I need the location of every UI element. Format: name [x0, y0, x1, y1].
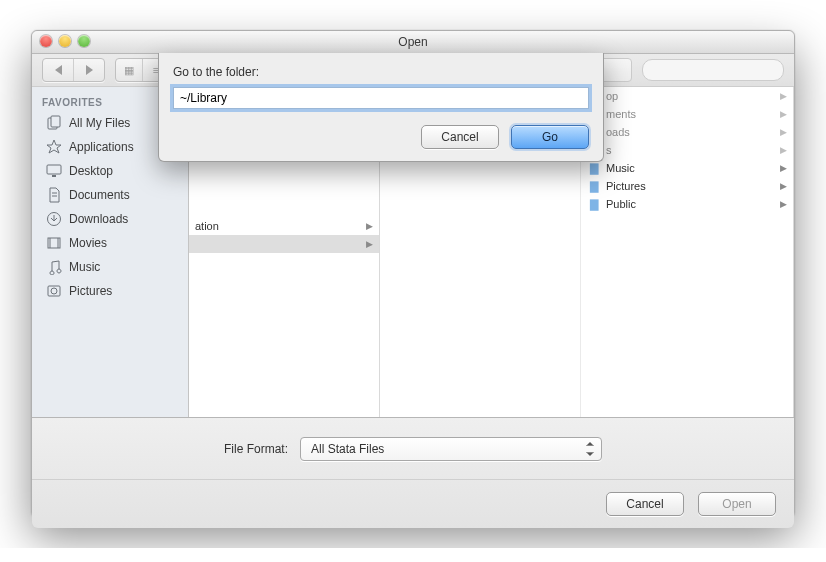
all-my-files-icon: [46, 115, 62, 131]
column-3[interactable]: ▇op▶ ▇ments▶ ▇oads▶ ▇s▶ ▇Music▶ ▇Picture…: [581, 87, 794, 417]
pictures-icon: [46, 283, 62, 299]
sidebar-item-label: All My Files: [69, 116, 130, 130]
chevron-down-icon: [586, 452, 594, 456]
list-item[interactable]: ation ▶: [189, 217, 379, 235]
sidebar-item-downloads[interactable]: Downloads: [32, 207, 188, 231]
chevron-right-icon: ▶: [780, 109, 787, 119]
sidebar-item-label: Pictures: [69, 284, 112, 298]
list-item[interactable]: ▇op▶: [581, 87, 793, 105]
sidebar-item-label: Downloads: [69, 212, 128, 226]
item-label: oads: [606, 126, 630, 138]
chevron-right-icon: ▶: [780, 91, 787, 101]
item-label: op: [606, 90, 618, 102]
applications-icon: [46, 139, 62, 155]
button-label: Go: [542, 130, 558, 144]
folder-icon: ▇: [587, 179, 601, 193]
view-icon-button[interactable]: ▦: [116, 59, 143, 81]
go-to-folder-prompt: Go to the folder:: [173, 65, 589, 79]
chevron-right-icon: ▶: [366, 239, 373, 249]
list-item[interactable]: ▶: [189, 235, 379, 253]
sidebar-item-pictures[interactable]: Pictures: [32, 279, 188, 303]
sidebar-item-label: Music: [69, 260, 100, 274]
close-window-button[interactable]: [40, 35, 52, 47]
item-label: s: [606, 144, 612, 156]
list-item[interactable]: ▇Pictures▶: [581, 177, 793, 195]
chevron-up-icon: [586, 442, 594, 446]
svg-rect-1: [51, 116, 60, 127]
chevron-right-icon: ▶: [780, 181, 787, 191]
list-item[interactable]: ▇s▶: [581, 141, 793, 159]
chevron-right-icon: ▶: [366, 221, 373, 231]
sidebar-item-label: Movies: [69, 236, 107, 250]
music-icon: [46, 259, 62, 275]
traffic-lights: [40, 35, 90, 47]
file-format-label: File Format:: [224, 442, 288, 456]
file-format-row: File Format: All Stata Files: [32, 418, 794, 479]
search-input[interactable]: [642, 59, 784, 81]
chevron-right-icon: ▶: [780, 127, 787, 137]
item-label: Music: [606, 162, 635, 174]
chevron-left-icon: [55, 65, 62, 75]
list-item[interactable]: ▇Public▶: [581, 195, 793, 213]
minimize-window-button[interactable]: [59, 35, 71, 47]
chevron-right-icon: ▶: [780, 145, 787, 155]
downloads-icon: [46, 211, 62, 227]
sidebar-item-label: Applications: [69, 140, 134, 154]
documents-icon: [46, 187, 62, 203]
item-label: ments: [606, 108, 636, 120]
open-dialog-window: Open ▦ ≡ ▥ ▭ FAVORITES All My Files Appl…: [31, 30, 795, 518]
sidebar-item-label: Documents: [69, 188, 130, 202]
movies-icon: [46, 235, 62, 251]
nav-back-forward: [42, 58, 105, 82]
sheet-go-button[interactable]: Go: [511, 125, 589, 149]
button-label: Cancel: [441, 130, 478, 144]
item-label: Pictures: [606, 180, 646, 192]
icon-view-icon: ▦: [124, 64, 134, 77]
dialog-button-row: Cancel Open: [32, 479, 794, 528]
titlebar: Open: [32, 31, 794, 54]
list-item[interactable]: ▇Music▶: [581, 159, 793, 177]
list-item[interactable]: ▇oads▶: [581, 123, 793, 141]
sheet-cancel-button[interactable]: Cancel: [421, 125, 499, 149]
file-format-value: All Stata Files: [311, 442, 384, 456]
chevron-right-icon: ▶: [780, 163, 787, 173]
button-label: Open: [722, 497, 751, 511]
window-title: Open: [398, 35, 427, 49]
chevron-right-icon: ▶: [780, 199, 787, 209]
sidebar-item-music[interactable]: Music: [32, 255, 188, 279]
nav-back-button[interactable]: [43, 59, 74, 81]
nav-forward-button[interactable]: [74, 59, 104, 81]
svg-point-11: [51, 288, 57, 294]
folder-icon: ▇: [587, 161, 601, 175]
sidebar-item-movies[interactable]: Movies: [32, 231, 188, 255]
sidebar-item-documents[interactable]: Documents: [32, 183, 188, 207]
cancel-button[interactable]: Cancel: [606, 492, 684, 516]
chevron-right-icon: [86, 65, 93, 75]
button-label: Cancel: [626, 497, 663, 511]
zoom-window-button[interactable]: [78, 35, 90, 47]
go-to-folder-input[interactable]: [173, 87, 589, 109]
list-item[interactable]: ▇ments▶: [581, 105, 793, 123]
open-button[interactable]: Open: [698, 492, 776, 516]
desktop-icon: [46, 163, 62, 179]
item-label: ation: [195, 220, 219, 232]
svg-rect-2: [47, 165, 61, 174]
item-label: Public: [606, 198, 636, 210]
file-format-select[interactable]: All Stata Files: [300, 437, 602, 461]
dialog-footer: File Format: All Stata Files Cancel Open: [32, 417, 794, 528]
go-to-folder-sheet: Go to the folder: Cancel Go: [158, 53, 604, 162]
folder-icon: ▇: [587, 197, 601, 211]
sidebar-item-desktop[interactable]: Desktop: [32, 159, 188, 183]
sidebar-item-label: Desktop: [69, 164, 113, 178]
